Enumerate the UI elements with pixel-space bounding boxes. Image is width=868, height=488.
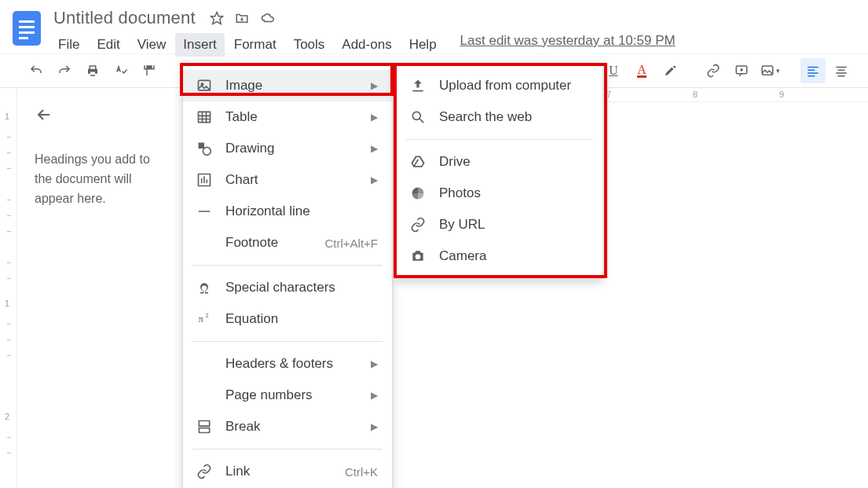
svg-marker-5 bbox=[211, 13, 222, 24]
submenu-arrow-icon: ▶ bbox=[371, 112, 378, 123]
menu-item-label: By URL bbox=[439, 217, 588, 233]
menu-item-label: Upload from computer bbox=[439, 78, 588, 94]
docs-logo[interactable] bbox=[8, 6, 46, 50]
menu-item-label: Headers & footers bbox=[225, 356, 358, 372]
insert-item-drawing[interactable]: Drawing▶ bbox=[183, 133, 392, 164]
add-comment-button[interactable] bbox=[729, 58, 754, 83]
menu-tools[interactable]: Tools bbox=[286, 33, 333, 57]
menu-item-label: Drive bbox=[439, 154, 588, 170]
insert-link-button[interactable] bbox=[701, 58, 726, 83]
print-button[interactable] bbox=[80, 58, 105, 83]
image-submenu: Upload from computerSearch the webDriveP… bbox=[396, 63, 603, 279]
spellcheck-button[interactable] bbox=[108, 58, 134, 83]
image-item-upload-from-computer[interactable]: Upload from computer bbox=[397, 70, 602, 101]
menu-insert[interactable]: Insert bbox=[175, 33, 225, 57]
menu-item-label: Equation bbox=[225, 311, 378, 327]
vruler-mark: 1 bbox=[5, 112, 9, 121]
menu-item-label: Image bbox=[225, 78, 358, 94]
menu-shortcut: Ctrl+Alt+F bbox=[324, 237, 378, 250]
svg-point-18 bbox=[412, 112, 420, 119]
hr-icon bbox=[196, 204, 213, 219]
align-left-button[interactable] bbox=[800, 58, 826, 83]
insert-item-chart[interactable]: Chart▶ bbox=[183, 164, 392, 196]
svg-rect-4 bbox=[19, 37, 28, 39]
break-icon bbox=[196, 419, 213, 435]
menu-edit[interactable]: Edit bbox=[89, 33, 127, 57]
vertical-ruler: 1 1 2 bbox=[0, 88, 17, 488]
svg-text:π: π bbox=[199, 314, 204, 325]
menu-item-label: Camera bbox=[439, 248, 588, 264]
insert-item-table[interactable]: Table▶ bbox=[183, 101, 392, 133]
menu-item-label: Page numbers bbox=[225, 387, 358, 403]
insert-image-button[interactable]: ▾ bbox=[757, 58, 782, 83]
menu-format[interactable]: Format bbox=[226, 33, 284, 57]
align-center-button[interactable] bbox=[829, 58, 854, 83]
search-icon bbox=[409, 109, 427, 125]
drive-icon bbox=[409, 154, 427, 170]
menu-shortcut: Ctrl+K bbox=[345, 465, 378, 479]
submenu-arrow-icon: ▶ bbox=[371, 390, 378, 401]
menu-item-label: Special characters bbox=[225, 280, 378, 295]
outline-panel: Headings you add to the document will ap… bbox=[17, 88, 182, 488]
insert-item-special-characters[interactable]: Special characters bbox=[183, 272, 392, 303]
underline-button[interactable]: U bbox=[601, 58, 626, 83]
menu-file[interactable]: File bbox=[50, 33, 87, 57]
photos-icon bbox=[409, 185, 427, 201]
menu-view[interactable]: View bbox=[130, 33, 174, 57]
link-icon bbox=[196, 464, 213, 479]
document-title[interactable]: Untitled document bbox=[50, 8, 199, 28]
insert-item-footnote[interactable]: FootnoteCtrl+Alt+F bbox=[183, 227, 392, 259]
image-item-camera[interactable]: Camera bbox=[397, 240, 602, 272]
insert-item-headers-footers[interactable]: Headers & footers▶ bbox=[183, 348, 392, 380]
svg-rect-17 bbox=[199, 428, 209, 433]
upload-icon bbox=[409, 78, 427, 94]
menu-item-label: Photos bbox=[439, 185, 588, 201]
undo-button[interactable] bbox=[24, 58, 49, 83]
svg-rect-7 bbox=[762, 66, 773, 75]
highlight-button[interactable] bbox=[657, 58, 683, 83]
last-edit-link[interactable]: Last edit was yesterday at 10:59 PM bbox=[460, 33, 676, 57]
table-icon bbox=[196, 109, 213, 125]
camera-icon bbox=[409, 248, 427, 264]
insert-menu: Image▶Table▶Drawing▶Chart▶Horizontal lin… bbox=[182, 63, 393, 488]
menubar: File Edit View Insert Format Tools Add-o… bbox=[50, 30, 860, 57]
insert-item-link[interactable]: LinkCtrl+K bbox=[183, 456, 392, 487]
menu-item-label: Horizontal line bbox=[225, 204, 378, 219]
chart-icon bbox=[196, 172, 213, 188]
menu-item-label: Link bbox=[225, 464, 332, 479]
star-icon[interactable] bbox=[210, 11, 224, 25]
menu-item-label: Break bbox=[225, 419, 358, 435]
svg-rect-16 bbox=[199, 421, 209, 427]
outline-empty-text: Headings you add to the document will ap… bbox=[35, 150, 170, 208]
svg-rect-1 bbox=[19, 20, 35, 23]
hruler-mark: 9 bbox=[779, 90, 784, 99]
close-outline-button[interactable] bbox=[35, 105, 170, 127]
submenu-arrow-icon: ▶ bbox=[371, 143, 378, 154]
image-item-photos[interactable]: Photos bbox=[397, 178, 602, 209]
image-item-drive[interactable]: Drive bbox=[397, 146, 602, 178]
insert-item-page-numbers[interactable]: Page numbers▶ bbox=[183, 380, 392, 411]
image-item-search-the-web[interactable]: Search the web bbox=[397, 101, 602, 133]
menu-addons[interactable]: Add-ons bbox=[334, 33, 399, 57]
vruler-mark: 1 bbox=[5, 299, 9, 308]
menu-item-label: Table bbox=[225, 109, 358, 125]
text-color-button[interactable]: A bbox=[629, 58, 654, 83]
vruler-mark: 2 bbox=[5, 412, 9, 421]
image-item-by-url[interactable]: By URL bbox=[397, 209, 602, 240]
pi-icon: π2 bbox=[196, 311, 213, 327]
insert-item-horizontal-line[interactable]: Horizontal line bbox=[183, 196, 392, 227]
menu-item-label: Footnote bbox=[225, 235, 312, 251]
insert-item-image[interactable]: Image▶ bbox=[183, 70, 392, 101]
redo-button[interactable] bbox=[52, 58, 77, 83]
move-icon[interactable] bbox=[235, 11, 249, 25]
svg-rect-2 bbox=[19, 26, 35, 28]
insert-item-break[interactable]: Break▶ bbox=[183, 411, 392, 442]
cloud-status-icon[interactable] bbox=[260, 11, 276, 25]
paint-format-button[interactable] bbox=[137, 58, 162, 83]
menu-help[interactable]: Help bbox=[401, 33, 445, 57]
image-icon bbox=[196, 78, 213, 94]
svg-rect-10 bbox=[199, 112, 211, 122]
svg-point-12 bbox=[203, 147, 211, 155]
omega-icon bbox=[196, 280, 213, 295]
insert-item-equation[interactable]: π2Equation bbox=[183, 303, 392, 335]
